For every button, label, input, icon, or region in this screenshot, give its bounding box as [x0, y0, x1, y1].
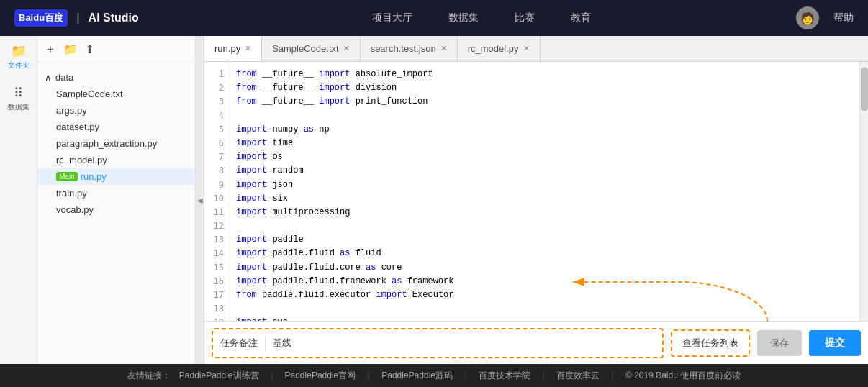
footer-sep-1: ｜ [364, 370, 373, 382]
collapse-handle[interactable]: ◀ [196, 36, 204, 364]
footer-prefix: 友情链接： [127, 370, 171, 382]
footer-link-1[interactable]: PaddlePaddle官网 [285, 370, 356, 382]
line-numbers: 1234 5678 9101112 13141516 17181920 2122… [204, 62, 230, 321]
code-line-18 [236, 302, 859, 316]
dataset-filename: dataset.py [56, 122, 99, 132]
code-line-4 [236, 109, 859, 123]
scrollbar-thumb[interactable] [861, 68, 868, 111]
footer-sep-2: ｜ [461, 370, 470, 382]
train-filename: train.py [56, 188, 87, 199]
sidebar-item-dataset[interactable]: ⠿ 数据集 [8, 85, 30, 112]
grid-icon: ⠿ [14, 85, 23, 101]
footer-link-3[interactable]: 百度技术学院 [479, 370, 530, 382]
nav-competition[interactable]: 比赛 [515, 12, 535, 24]
tab-searchtest-close[interactable]: ✕ [440, 44, 447, 53]
sidebar-item-files[interactable]: 📁 文件夹 [8, 43, 30, 70]
submit-button[interactable]: 提交 [809, 330, 861, 356]
logo: Baidu百度 | AI Studio [14, 9, 139, 27]
file-tree-content: ∧ data SampleCode.txt args.py dataset.py… [37, 63, 195, 364]
footer-sep-0: ｜ [268, 370, 276, 382]
new-folder-icon[interactable]: 📁 [63, 42, 78, 56]
file-tree-item-runpy[interactable]: Main run.py [37, 168, 195, 185]
footer-sep-4: ｜ [608, 370, 617, 382]
folder-chevron-icon: ∧ [45, 72, 52, 83]
code-line-16: import paddle.fluid.framework as framewo… [236, 275, 859, 288]
footer-sep-3: ｜ [539, 370, 548, 382]
nav-education[interactable]: 教育 [571, 12, 591, 24]
code-line-9: import json [236, 178, 859, 192]
samplecode-filename: SampleCode.txt [56, 88, 123, 99]
task-divider [265, 336, 266, 350]
nav-dataset[interactable]: 数据集 [448, 12, 479, 24]
code-line-15: import paddle.fluid.core as core [236, 261, 859, 275]
view-tasks-button[interactable]: 查看任务列表 [671, 329, 750, 357]
collapse-icon: ◀ [197, 196, 203, 204]
file-tree: ＋ 📁 ⬆ ∧ data SampleCode.txt args.py data… [37, 36, 196, 364]
sidebar-icons: 📁 文件夹 ⠿ 数据集 [0, 36, 37, 364]
ai-studio-label: AI Studio [89, 12, 139, 24]
tab-runpy-label: run.py [214, 43, 240, 54]
file-tree-item-paragraph[interactable]: paragraph_extraction.py [37, 135, 195, 152]
file-tree-toolbar: ＋ 📁 ⬆ [37, 36, 195, 63]
tab-samplecode-label: SampleCode.txt [272, 43, 339, 54]
nav-links: 项目大厅 数据集 比赛 教育 [168, 12, 796, 24]
code-line-2: from __future__ import division [236, 81, 859, 95]
footer-link-4[interactable]: 百度效率云 [556, 370, 600, 382]
editor-tabs: run.py ✕ SampleCode.txt ✕ search.test.js… [204, 36, 868, 62]
code-line-19: import sys [236, 316, 859, 321]
paragraph-filename: paragraph_extraction.py [56, 138, 157, 149]
sidebar-files-label: 文件夹 [8, 60, 30, 70]
code-line-17: from paddle.fluid.executor import Execut… [236, 288, 859, 302]
baidu-logo: Baidu百度 [14, 9, 68, 27]
help-link[interactable]: 帮助 [833, 12, 854, 24]
file-tree-item-samplecode[interactable]: SampleCode.txt [37, 86, 195, 102]
editor-bottom: 任务备注 基线 查看任务列表 保存 提交 [204, 321, 868, 364]
code-line-5: import numpy as np [236, 123, 859, 137]
code-container: 1234 5678 9101112 13141516 17181920 2122… [204, 62, 868, 321]
runpy-filename: run.py [81, 171, 107, 182]
tab-rcmodel-label: rc_model.py [468, 43, 519, 54]
tab-runpy[interactable]: run.py ✕ [204, 36, 262, 61]
scrollbar-track[interactable] [859, 62, 868, 321]
code-line-8: import random [236, 164, 859, 178]
tab-runpy-close[interactable]: ✕ [245, 44, 251, 53]
footer-copyright: © 2019 Baidu 使用百度前必读 [625, 370, 741, 382]
footer: 友情链接： PaddlePaddle训练营 ｜ PaddlePaddle官网 ｜… [0, 364, 868, 387]
file-tree-item-train[interactable]: train.py [37, 185, 195, 201]
code-body[interactable]: from __future__ import absolute_import f… [230, 62, 859, 321]
logo-divider: | [76, 12, 79, 24]
file-tree-item-args[interactable]: args.py [37, 102, 195, 119]
code-line-7: import os [236, 150, 859, 164]
file-tree-folder-data[interactable]: ∧ data [37, 69, 195, 86]
tab-rcmodel[interactable]: rc_model.py ✕ [458, 36, 541, 61]
code-line-11: import multiprocessing [236, 206, 859, 219]
task-input-field[interactable] [299, 337, 655, 348]
code-line-3: from __future__ import print_function [236, 95, 859, 109]
folder-name: data [55, 72, 73, 83]
nav-project-hall[interactable]: 项目大厅 [372, 12, 412, 24]
tab-samplecode[interactable]: SampleCode.txt ✕ [262, 36, 361, 61]
task-note-label: 任务备注 [220, 337, 258, 350]
vocab-filename: vocab.py [56, 204, 94, 215]
args-filename: args.py [56, 105, 87, 116]
top-navigation: Baidu百度 | AI Studio 项目大厅 数据集 比赛 教育 🧑 帮助 [0, 0, 868, 36]
save-button[interactable]: 保存 [757, 330, 802, 356]
tab-rcmodel-close[interactable]: ✕ [523, 44, 530, 53]
file-tree-item-dataset[interactable]: dataset.py [37, 119, 195, 135]
main-badge: Main [56, 172, 78, 181]
user-avatar[interactable]: 🧑 [796, 6, 819, 29]
footer-link-0[interactable]: PaddlePaddle训练营 [179, 370, 259, 382]
tab-samplecode-close[interactable]: ✕ [343, 44, 350, 53]
nav-right: 🧑 帮助 [796, 6, 854, 29]
file-tree-item-rcmodel[interactable]: rc_model.py [37, 152, 195, 168]
code-line-1: from __future__ import absolute_import [236, 68, 859, 81]
code-line-10: import six [236, 192, 859, 206]
tab-searchtest[interactable]: search.test.json ✕ [361, 36, 458, 61]
footer-link-2[interactable]: PaddlePaddle源码 [381, 370, 453, 382]
upload-icon[interactable]: ⬆ [85, 42, 94, 56]
task-input-group: 任务备注 基线 [212, 328, 664, 358]
code-line-14: import paddle.fluid as fluid [236, 247, 859, 260]
file-tree-item-vocab[interactable]: vocab.py [37, 201, 195, 218]
new-file-icon[interactable]: ＋ [45, 42, 56, 57]
tab-searchtest-label: search.test.json [371, 43, 436, 54]
